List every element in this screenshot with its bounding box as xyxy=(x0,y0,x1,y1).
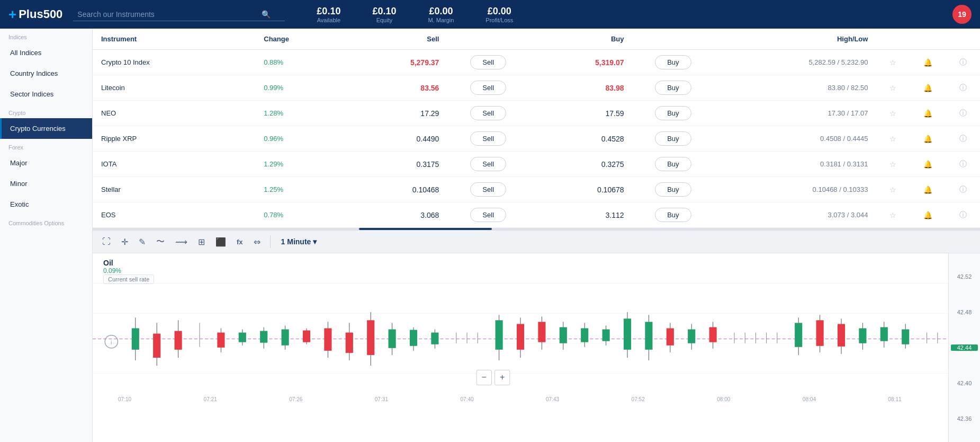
cell-buy-btn[interactable]: Buy xyxy=(633,101,714,126)
svg-text:08:00: 08:00 xyxy=(717,396,731,402)
cell-bell[interactable]: 🔔 xyxy=(910,75,946,101)
sell-button[interactable]: Sell xyxy=(470,157,506,171)
avatar[interactable]: 19 xyxy=(952,5,972,24)
cell-star[interactable]: ☆ xyxy=(876,50,910,75)
cell-hl: 3.073 / 3.044 xyxy=(714,202,876,228)
cell-info[interactable]: ⓘ xyxy=(946,126,980,152)
chart-title: Oil xyxy=(103,259,121,267)
svg-text:−: − xyxy=(482,372,487,382)
buy-button[interactable]: Buy xyxy=(655,131,691,146)
cell-bell[interactable]: 🔔 xyxy=(910,152,946,177)
sell-button[interactable]: Sell xyxy=(470,55,506,69)
sell-button[interactable]: Sell xyxy=(470,131,506,146)
sell-button[interactable]: Sell xyxy=(470,81,506,95)
cell-star[interactable]: ☆ xyxy=(876,101,910,126)
cell-bell[interactable]: 🔔 xyxy=(910,202,946,228)
cell-bell[interactable]: 🔔 xyxy=(910,177,946,202)
cell-sell-btn[interactable]: Sell xyxy=(447,101,529,126)
svg-rect-60 xyxy=(688,329,695,343)
zigzag-btn[interactable]: ⟿ xyxy=(172,235,191,249)
buy-button[interactable]: Buy xyxy=(655,106,691,120)
cell-info[interactable]: ⓘ xyxy=(946,152,980,177)
cell-buy-price: 0.10678 xyxy=(529,177,633,202)
price-42-40: 42.40 xyxy=(949,380,980,386)
col-buy-btn xyxy=(633,29,714,50)
stat-available-value: £0.10 xyxy=(317,6,340,17)
buy-button[interactable]: Buy xyxy=(655,157,691,171)
sidebar-item-all-indices[interactable]: All Indices xyxy=(0,42,92,63)
buy-button[interactable]: Buy xyxy=(655,81,691,95)
cell-instrument: Ripple XRP xyxy=(93,126,255,152)
cell-sell-btn[interactable]: Sell xyxy=(447,126,529,152)
cell-sell-price: 0.10468 xyxy=(344,177,448,202)
cell-buy-btn[interactable]: Buy xyxy=(633,126,714,152)
cell-buy-btn[interactable]: Buy xyxy=(633,202,714,228)
sidebar-item-minor[interactable]: Minor xyxy=(0,173,92,194)
save-btn[interactable]: ⬛ xyxy=(212,235,229,249)
expand-btn[interactable]: ⛶ xyxy=(99,235,114,249)
cell-info[interactable]: ⓘ xyxy=(946,101,980,126)
stat-margin: £0.00 M. Margin xyxy=(428,6,454,23)
cell-buy-btn[interactable]: Buy xyxy=(633,152,714,177)
sell-button[interactable]: Sell xyxy=(470,208,506,222)
buy-button[interactable]: Buy xyxy=(655,182,691,197)
cell-star[interactable]: ☆ xyxy=(876,177,910,202)
sell-button[interactable]: Sell xyxy=(470,106,506,120)
draw-btn[interactable]: ✎ xyxy=(136,235,149,249)
cell-sell-btn[interactable]: Sell xyxy=(447,152,529,177)
svg-rect-19 xyxy=(282,329,289,345)
crosshair-btn[interactable]: ✛ xyxy=(118,235,131,249)
svg-rect-38 xyxy=(496,320,503,350)
cell-sell-btn[interactable]: Sell xyxy=(447,50,529,75)
cell-star[interactable]: ☆ xyxy=(876,126,910,152)
cell-hl: 0.4508 / 0.4445 xyxy=(714,126,876,152)
col-star xyxy=(876,29,910,50)
cell-instrument: Litecoin xyxy=(93,75,255,101)
search-input[interactable] xyxy=(77,10,257,19)
fx-btn[interactable]: fx xyxy=(233,236,246,248)
table-row: EOS 0.78% 3.068 Sell 3.112 Buy 3.073 / 3… xyxy=(93,202,980,228)
cell-bell[interactable]: 🔔 xyxy=(910,101,946,126)
price-42-48: 42.48 xyxy=(949,309,980,315)
logo-plus-icon: + xyxy=(8,7,16,21)
cell-info[interactable]: ⓘ xyxy=(946,50,980,75)
search-bar[interactable]: 🔍 xyxy=(73,8,285,21)
cell-buy-btn[interactable]: Buy xyxy=(633,75,714,101)
cell-sell-btn[interactable]: Sell xyxy=(447,202,529,228)
cell-sell-btn[interactable]: Sell xyxy=(447,177,529,202)
wave-btn[interactable]: 〜 xyxy=(153,234,168,250)
cell-star[interactable]: ☆ xyxy=(876,75,910,101)
grid-btn[interactable]: ⊞ xyxy=(195,235,208,249)
svg-rect-25 xyxy=(346,332,353,352)
cell-sell-btn[interactable]: Sell xyxy=(447,75,529,101)
timeframe-selector[interactable]: 1 Minute ▾ xyxy=(277,235,321,248)
sidebar-section-crypto: Crypto xyxy=(0,104,92,118)
cell-buy-btn[interactable]: Buy xyxy=(633,50,714,75)
table-row: Stellar 1.25% 0.10468 Sell 0.10678 Buy 0… xyxy=(93,177,980,202)
sidebar-item-exotic[interactable]: Exotic xyxy=(0,194,92,215)
cell-bell[interactable]: 🔔 xyxy=(910,50,946,75)
sidebar-item-country-indices[interactable]: Country Indices xyxy=(0,63,92,84)
timeframe-arrow: ▾ xyxy=(313,237,317,246)
sell-button[interactable]: Sell xyxy=(470,182,506,197)
buy-button[interactable]: Buy xyxy=(655,55,691,69)
stat-pnl: £0.00 Profit/Loss xyxy=(485,6,513,23)
sidebar-item-sector-indices[interactable]: Sector Indices xyxy=(0,84,92,104)
cell-info[interactable]: ⓘ xyxy=(946,177,980,202)
cell-bell[interactable]: 🔔 xyxy=(910,126,946,152)
buy-button[interactable]: Buy xyxy=(655,208,691,222)
sidebar: Indices All Indices Country Indices Sect… xyxy=(0,29,93,442)
cell-info[interactable]: ⓘ xyxy=(946,202,980,228)
cell-star[interactable]: ☆ xyxy=(876,202,910,228)
cell-buy-btn[interactable]: Buy xyxy=(633,177,714,202)
cell-info[interactable]: ⓘ xyxy=(946,75,980,101)
svg-rect-50 xyxy=(581,328,588,342)
cell-instrument: EOS xyxy=(93,202,255,228)
cell-star[interactable]: ☆ xyxy=(876,152,910,177)
cell-change: 1.29% xyxy=(255,152,344,177)
svg-rect-46 xyxy=(538,322,545,342)
cell-buy-price: 0.4528 xyxy=(529,126,633,152)
sidebar-item-major[interactable]: Major xyxy=(0,153,92,173)
sidebar-item-crypto-currencies[interactable]: Crypto Currencies xyxy=(0,118,92,139)
arrows-btn[interactable]: ⇔ xyxy=(250,235,264,249)
